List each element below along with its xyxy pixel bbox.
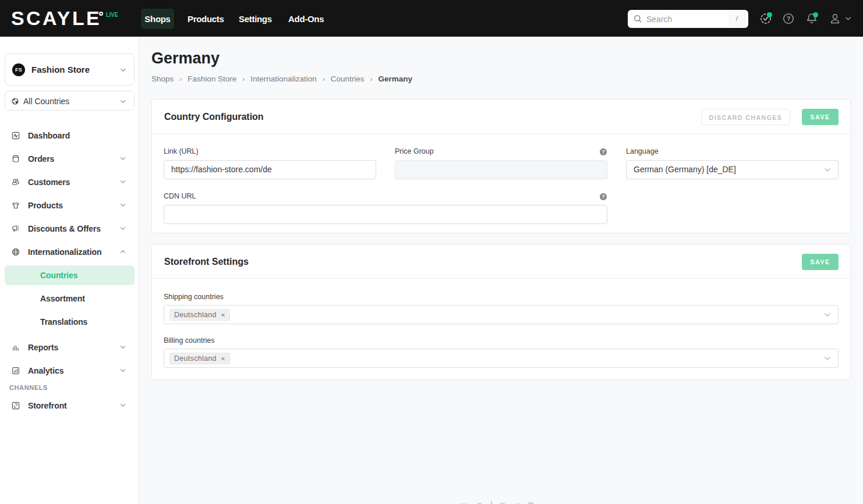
svg-text:?: ? xyxy=(787,15,791,22)
